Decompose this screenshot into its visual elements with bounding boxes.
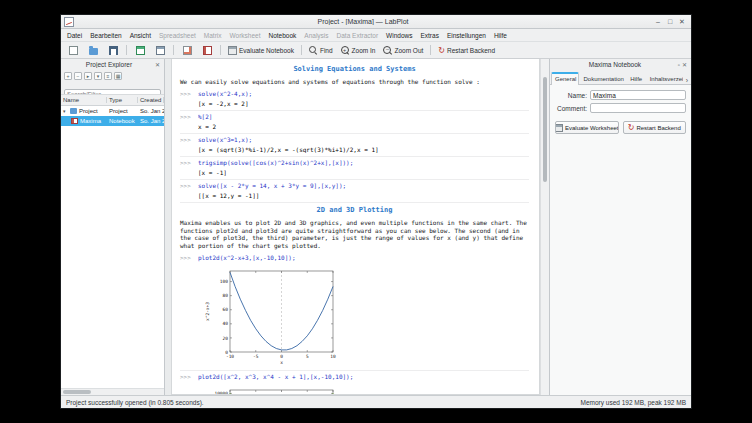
find-button[interactable]: Find [306,44,336,57]
open-project-button[interactable] [84,44,102,57]
notebook-file-icon [71,118,78,124]
close-icon[interactable]: ✕ [676,16,688,27]
svg-text:10: 10 [330,354,336,359]
horizontal-scrollbar[interactable] [61,388,164,395]
zoom-out-button[interactable]: Zoom Out [380,44,426,57]
name-field[interactable] [590,90,686,100]
cell-code[interactable]: plot2d(x^2-x+3,[x,-10,10]); [198,254,296,262]
restart-backend-toolbar-button[interactable]: ↻ Restart Backend [435,44,498,57]
menu-datei[interactable]: Datei [63,31,86,40]
new-project-button[interactable] [64,44,82,57]
notebook-page[interactable]: Solving Equations and Systems We can eas… [171,59,540,395]
find-icon [309,46,318,55]
code-cell[interactable]: >>> solve([x - 2*y = 14, x + 3*y = 9],[x… [180,180,529,203]
tab-inhaltsverzeichnis[interactable]: Inhaltsverzeichnis [646,73,684,84]
menu-einstellungen[interactable]: Einstellungen [443,31,490,40]
menu-bearbeiten[interactable]: Bearbeiten [86,31,125,40]
title-bar[interactable]: Project - [Maxima] — LabPlot – □ ✕ [61,15,691,29]
new-notebook-button[interactable] [198,44,216,57]
restart-backend-button[interactable]: ↻ Restart Backend [623,121,687,134]
cell-code[interactable]: solve(x^3=1,x); [198,136,252,144]
notebook-heading[interactable]: Solving Equations and Systems [180,65,529,74]
new-spreadsheet-button[interactable] [131,44,149,57]
column-settings-button[interactable]: ▦ [114,72,122,80]
notebook-paragraph[interactable]: Maxima enables us to plot 2D and 3D grap… [180,219,529,249]
code-cell[interactable]: >>> %[2] x = 2 [180,111,529,134]
find-label: Find [320,47,333,54]
notebook-scrollbar-thumb[interactable] [543,77,547,182]
tree-item-label: Maxima [80,118,101,124]
menu-extras[interactable]: Extras [416,31,442,40]
new-matrix-button[interactable] [151,44,169,57]
cell-code[interactable]: trigsimp(solve([cos(x)^2+sin(x)^2+x],[x]… [198,159,353,167]
dock-close-icon[interactable]: ✕ [154,61,161,68]
cell-code[interactable]: plot2d([x^2, x^3, x^4 - x + 1],[x,-10,10… [198,373,353,381]
evaluate-worksheet-icon [555,124,563,132]
tree-row-maxima[interactable]: Maxima Notebook So. Jan 2 18:… [61,116,164,126]
tab-scroll-right-icon[interactable]: › [684,77,690,84]
cell-result: [[x = 12,y = -1]] [198,192,529,200]
tab-hilfe[interactable]: Hilfe [626,73,646,84]
new-worksheet-button[interactable] [178,44,196,57]
new-project-icon [69,46,78,55]
minimize-icon[interactable]: – [652,16,664,27]
notebook-paragraph[interactable]: We can easily solve equations and system… [180,78,529,86]
zoom-in-button[interactable]: Zoom In [338,44,379,57]
project-tree: Name Type Created ▾ Project Project So. … [61,94,164,388]
horizontal-scrollbar-thumb[interactable] [63,390,91,394]
cell-code[interactable]: %[2] [198,113,212,121]
svg-text:80: 80 [223,293,229,298]
zoom-out-label: Zoom Out [394,47,423,54]
menu-hilfe[interactable]: Hilfe [490,31,511,40]
save-project-button[interactable] [104,44,122,57]
toolbar-separator [430,45,431,55]
dock-close-icon[interactable]: ✕ [681,61,688,68]
code-cell[interactable]: >>> trigsimp(solve([cos(x)^2+sin(x)^2+x]… [180,157,529,180]
code-cell[interactable]: >>> solve(x^2-4,x); [x = -2,x = 2] [180,88,529,111]
plot-cell[interactable]: >>> plot2d(x^2-x+3,[x,-10,10]); -10-5051… [180,252,529,371]
tab-general[interactable]: General [551,72,579,85]
column-header-name[interactable]: Name [61,97,107,103]
column-header-type[interactable]: Type [107,97,138,103]
open-project-icon [89,48,98,55]
restart-backend-label: Restart Backend [636,125,680,131]
notebook-scrollbar[interactable] [540,59,549,395]
code-cell[interactable]: >>> solve(x^3=1,x); [x = (sqrt(3)*%i-1)/… [180,134,529,157]
cell-code[interactable]: solve(x^2-4,x); [198,90,252,98]
tree-item-created: So. Jan 2 18:… [138,108,164,114]
tree-row-project[interactable]: ▾ Project Project So. Jan 2 18:… [61,106,164,116]
maximize-icon[interactable]: □ [664,16,676,27]
toolbar-separator [301,45,302,55]
comment-field[interactable] [590,103,686,113]
project-folder-icon [70,108,77,114]
collapse-all-button[interactable]: − [74,72,82,80]
tab-dokumentation[interactable]: Dokumentation [579,73,626,84]
notebook-heading[interactable]: 2D and 3D Plotting [180,206,529,215]
evaluate-notebook-button[interactable]: Evaluate Notebook [225,44,297,57]
plot-cell[interactable]: >>> plot2d([x^2, x^3, x^4 - x + 1],[x,-1… [180,371,529,395]
expand-selected-button[interactable]: ▸ [84,72,92,80]
cell-code[interactable]: solve([x - 2*y = 14, x + 3*y = 9],[x,y])… [198,182,346,190]
menu-ansicht[interactable]: Ansicht [126,31,155,40]
toolbar-separator [126,45,127,55]
evaluate-worksheet-button[interactable]: Evaluate Worksheet [555,121,619,134]
tree-header-row[interactable]: Name Type Created [61,95,164,106]
search-filter-row [64,82,161,92]
menu-windows[interactable]: Windows [382,31,416,40]
plot2d-output: -10-505100200040006000800010000x^2x^3x^4… [204,384,529,396]
column-header-created[interactable]: Created [138,97,164,103]
cell-prompt: >>> [180,159,194,167]
window-title: Project - [Maxima] — LabPlot [74,18,652,25]
filter-options-button[interactable]: ≡ [104,72,112,80]
evaluate-notebook-label: Evaluate Notebook [239,47,294,54]
cell-prompt: >>> [180,373,194,381]
cell-result: x = 2 [198,123,529,131]
tree-item-label: Project [79,108,98,114]
svg-text:60: 60 [223,307,229,312]
menu-notebook[interactable]: Notebook [265,31,301,40]
collapse-selected-button[interactable]: ▾ [94,72,102,80]
main-area: Project Explorer ✕ + − ▸ ▾ ≡ ▦ Name [61,59,691,395]
cell-prompt: >>> [180,254,194,262]
expander-icon[interactable]: ▾ [63,108,68,114]
expand-all-button[interactable]: + [64,72,72,80]
